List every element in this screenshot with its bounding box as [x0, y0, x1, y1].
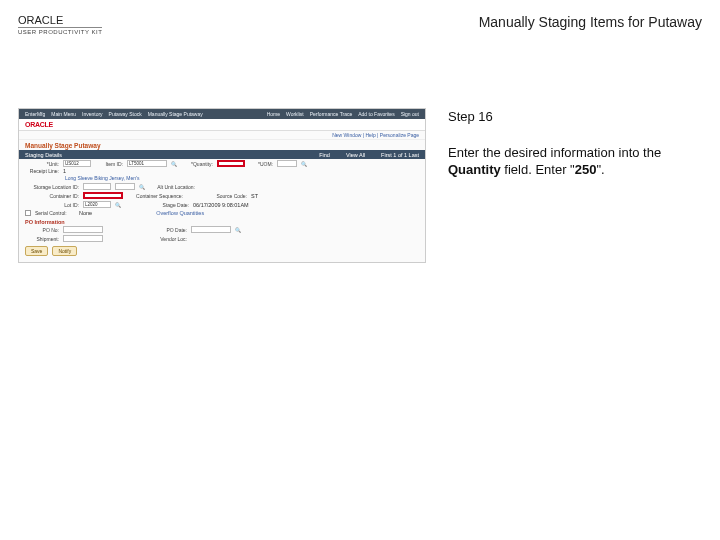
- section-po: PO Information: [19, 217, 425, 225]
- input-uom[interactable]: [277, 160, 297, 167]
- input-container[interactable]: [83, 192, 123, 199]
- nav-crumb[interactable]: Putaway Stock: [109, 111, 142, 117]
- nav-crumb[interactable]: Inventory: [82, 111, 103, 117]
- ss-sublinks[interactable]: New Window | Help | Personalize Page: [19, 131, 425, 140]
- ss-section-bar: Staging Details Find View All First 1 of…: [19, 150, 425, 159]
- lookup-icon[interactable]: [301, 161, 307, 167]
- label-item: Item ID:: [95, 161, 123, 167]
- val-source: ST: [251, 193, 258, 199]
- lookup-icon[interactable]: [115, 202, 121, 208]
- nav-crumb[interactable]: Main Menu: [51, 111, 76, 117]
- label-unit: *Unit:: [25, 161, 59, 167]
- instruction-text: Enter the desired information into the Q…: [448, 144, 702, 179]
- bar-label[interactable]: Find: [319, 152, 330, 158]
- oracle-logo: ORACLE USER PRODUCTIVITY KIT: [18, 14, 102, 35]
- ss-oracle-logo: ORACLE: [19, 119, 425, 131]
- notify-button[interactable]: Notify: [52, 246, 77, 256]
- label-source: Source Code:: [207, 193, 247, 199]
- input-pono[interactable]: [63, 226, 103, 233]
- label-podate: PO Date:: [137, 227, 187, 233]
- input-unit[interactable]: US012: [63, 160, 91, 167]
- label-receipt: Receipt Line:: [25, 168, 59, 174]
- bar-label[interactable]: First 1 of 1 Last: [381, 152, 419, 158]
- nav-link[interactable]: Performance Trace: [310, 111, 353, 117]
- label-quantity: *Quantity:: [181, 161, 213, 167]
- brand-subtitle: USER PRODUCTIVITY KIT: [18, 27, 102, 35]
- ss-page-heading: Manually Stage Putaway: [19, 140, 425, 150]
- input-quantity[interactable]: [217, 160, 245, 167]
- input-item[interactable]: LT5001: [127, 160, 167, 167]
- nav-link[interactable]: Home: [267, 111, 280, 117]
- label-vendor: Vendor Loc:: [137, 236, 187, 242]
- label-pono: PO No:: [25, 227, 59, 233]
- lookup-icon[interactable]: [171, 161, 177, 167]
- app-screenshot: EnterMfg Main Menu Inventory Putaway Sto…: [18, 108, 426, 263]
- lookup-icon[interactable]: [139, 184, 145, 190]
- calendar-icon[interactable]: [235, 227, 241, 233]
- label-lot: Lot ID:: [25, 202, 79, 208]
- brand-word: ORACLE: [18, 14, 102, 26]
- nav-crumb[interactable]: Manually Stage Putaway: [148, 111, 203, 117]
- label-stage-date: Stage Date:: [149, 202, 189, 208]
- nav-link[interactable]: Sign out: [401, 111, 419, 117]
- input-shipment[interactable]: [63, 235, 103, 242]
- nav-crumb[interactable]: EnterMfg: [25, 111, 45, 117]
- nav-link[interactable]: Add to Favorites: [358, 111, 394, 117]
- val-stage-date: 06/17/2009 9:08:01AM: [193, 202, 249, 208]
- label-serial: Serial Control:: [35, 210, 75, 216]
- instruction-panel: Step 16 Enter the desired information in…: [426, 108, 702, 263]
- label-uom: *UOM:: [249, 161, 273, 167]
- val-receipt: 1: [63, 168, 66, 174]
- input-storloc[interactable]: [83, 183, 111, 190]
- checkbox-serial[interactable]: [25, 210, 31, 216]
- label-storloc: Storage Location ID:: [25, 184, 79, 190]
- label-altloc: Alt Unit Location:: [149, 184, 195, 190]
- bar-label[interactable]: View All: [346, 152, 365, 158]
- step-label: Step 16: [448, 108, 702, 126]
- input-lot[interactable]: L2020: [83, 201, 111, 208]
- link-overflow[interactable]: Overflow Quantities: [156, 210, 204, 216]
- page-title: Manually Staging Items for Putaway: [479, 14, 702, 30]
- val-serial: None: [79, 210, 92, 216]
- bar-label: Staging Details: [25, 152, 62, 158]
- label-contseq: Container Sequence:: [127, 193, 183, 199]
- label-container: Container ID:: [25, 193, 79, 199]
- ss-topnav: EnterMfg Main Menu Inventory Putaway Sto…: [19, 109, 425, 119]
- input-storloc2[interactable]: [115, 183, 135, 190]
- nav-link[interactable]: Worklist: [286, 111, 304, 117]
- save-button[interactable]: Save: [25, 246, 48, 256]
- lot-desc: Long Sleeve Biking Jersey, Men's: [19, 175, 425, 182]
- input-podate[interactable]: [191, 226, 231, 233]
- label-shipment: Shipment:: [25, 236, 59, 242]
